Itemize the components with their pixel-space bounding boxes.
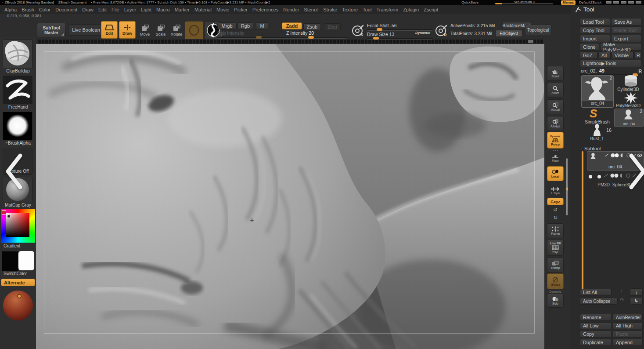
move-up-icon[interactable]: ↑ <box>618 288 625 294</box>
switch-color-button[interactable]: SwitchColor <box>0 271 36 276</box>
menu-alpha[interactable]: Alpha <box>4 7 17 12</box>
material-preview-sphere[interactable] <box>3 290 33 321</box>
paste-tool-button[interactable]: Paste Tool <box>611 26 641 34</box>
auto-collapse-button[interactable]: Auto Collapse <box>580 298 618 305</box>
menu-material[interactable]: Material <box>194 7 212 12</box>
zoom-button[interactable]: Zoom <box>547 83 564 98</box>
menu-light[interactable]: Light <box>141 7 151 12</box>
divider-arrow-icon[interactable] <box>565 187 568 191</box>
polymesh3d-thumbnail[interactable] <box>623 92 639 104</box>
bust1-label[interactable]: Bust_1 <box>582 136 612 141</box>
next-arrow[interactable] <box>625 153 644 190</box>
subtool-master-button[interactable]: SubTool Master <box>37 23 66 37</box>
alternate-button[interactable]: Alternate <box>1 279 35 286</box>
menu-edit[interactable]: Edit <box>98 7 107 12</box>
gxyz-button[interactable]: Gxyz <box>547 198 564 205</box>
menu-transform[interactable]: Transform <box>376 7 398 12</box>
fill-object-button[interactable]: FillObject <box>495 30 522 37</box>
floor-button[interactable]: Floor <box>547 152 564 164</box>
frame-button[interactable]: Frame <box>547 223 564 238</box>
spin-view-icon[interactable]: ↻ <box>547 214 564 221</box>
goz-r-button[interactable]: R <box>634 51 641 59</box>
floor-axis-widgets[interactable]: ▾ ▾ ▾ <box>547 149 564 152</box>
active-tool-thumbnail[interactable]: orc_04 2 <box>581 75 614 108</box>
menu-stencil[interactable]: Stencil <box>304 7 318 12</box>
redo-arrow-icon[interactable]: ↷ <box>619 297 626 303</box>
duplicate-button[interactable]: Duplicate <box>580 339 612 346</box>
rotate-button[interactable]: R Rotate <box>169 23 184 38</box>
export-icon[interactable] <box>636 1 641 4</box>
subtool-header[interactable]: Subtool <box>584 146 601 151</box>
tablet-pressure-icon[interactable] <box>606 1 612 4</box>
copy-tool-button[interactable]: Copy Tool <box>580 26 610 34</box>
focal-shift-slider[interactable]: Focal Shift -56 <box>367 23 397 28</box>
transp-button[interactable]: Transp <box>547 258 564 273</box>
see-through-slider[interactable]: See-through 0 <box>493 0 555 5</box>
aahalf-button[interactable]: AAHalf <box>547 116 564 131</box>
menu-macro[interactable]: Macro <box>156 7 170 12</box>
menu-preferences[interactable]: Preferences <box>252 7 278 12</box>
color-picker[interactable] <box>1 209 35 243</box>
rgb-intensity-track[interactable] <box>217 37 282 39</box>
append-button[interactable]: Append <box>613 339 643 346</box>
zcut-button[interactable]: Zcut <box>324 23 341 30</box>
local-button[interactable]: Local <box>547 166 564 181</box>
menu-file[interactable]: File <box>112 7 119 12</box>
main-color-swatch[interactable] <box>2 251 18 271</box>
current-alpha-thumbnail[interactable] <box>3 112 32 140</box>
autoreorder-button[interactable]: AutoReorder <box>613 314 643 321</box>
rename-button[interactable]: Rename <box>580 314 612 321</box>
all-low-button[interactable]: All Low <box>580 322 612 329</box>
menu-brush[interactable]: Brush <box>22 7 34 12</box>
menu-zscript[interactable]: Zscript <box>424 7 438 12</box>
draw-size-slider[interactable]: Draw Size 13 <box>367 32 394 37</box>
res-r-button[interactable]: R <box>637 68 643 75</box>
menu-document[interactable]: Document <box>55 7 77 12</box>
menu-picker[interactable]: Picker <box>234 7 248 12</box>
export-button[interactable]: Export <box>611 35 641 42</box>
lsym-button[interactable]: L.Sym <box>547 185 564 197</box>
goz-all-button[interactable]: All <box>598 51 611 59</box>
cylinder3d-label[interactable]: Cylinder3D <box>613 87 644 92</box>
menu-render[interactable]: Render <box>283 7 299 12</box>
persp-button[interactable]: Dynamic Persp <box>547 132 564 149</box>
scroll-button[interactable]: Scroll <box>547 66 564 81</box>
strip-scrollbar[interactable] <box>566 158 568 215</box>
goz-visible-button[interactable]: Visible <box>612 51 633 59</box>
menu-texture[interactable]: Texture <box>342 7 358 12</box>
paste-subtool-button[interactable]: Paste <box>613 331 643 338</box>
menu-movie[interactable]: Movie <box>216 7 229 12</box>
prev-arrow[interactable] <box>4 153 26 190</box>
menu-stroke[interactable]: Stroke <box>323 7 337 12</box>
orc04-small-thumbnail[interactable]: orc_04 2 <box>614 109 644 127</box>
cylinder3d-thumbnail[interactable] <box>621 74 640 87</box>
solo-button[interactable]: Solo <box>547 294 564 308</box>
bust1-thumbnail[interactable] <box>591 124 603 137</box>
menu-zplugin[interactable]: Zplugin <box>403 7 419 12</box>
m-button[interactable]: M <box>256 22 268 29</box>
save-as-button[interactable]: Save As <box>611 18 641 25</box>
current-stroke-thumbnail[interactable] <box>3 76 32 104</box>
quicksave-button[interactable]: QuickSave <box>461 0 479 4</box>
topological-button[interactable]: Topological <box>525 25 551 35</box>
rgb-intensity-slider[interactable]: Rgb Intensity <box>217 30 244 36</box>
current-brush-thumbnail[interactable] <box>3 40 32 68</box>
simplebrush-thumbnail[interactable]: S <box>590 107 597 120</box>
color-swatch-icon[interactable] <box>2 210 6 214</box>
canvas-h-scroll-handle[interactable] <box>528 40 533 43</box>
menus-toggle[interactable]: Menus <box>561 0 576 5</box>
rgb-button[interactable]: Rgb <box>237 22 253 29</box>
mrgb-button[interactable]: Mrgb <box>217 22 237 29</box>
sculpt-viewport[interactable] <box>36 44 544 349</box>
stroke-lasso-button[interactable] <box>185 22 203 39</box>
copy-subtool-button[interactable]: Copy <box>580 331 612 338</box>
secondary-color-swatch[interactable] <box>18 251 34 270</box>
goz-button[interactable]: GoZ <box>580 51 597 59</box>
scale-button[interactable]: S Scale <box>153 23 168 38</box>
menu-layer[interactable]: Layer <box>124 7 137 12</box>
tool-panel-header[interactable]: Tool <box>576 6 594 13</box>
line-fill-button[interactable]: Line Fill PolyF <box>547 239 564 256</box>
import-button[interactable]: Import <box>580 35 610 42</box>
menu-tool[interactable]: Tool <box>363 7 371 12</box>
z-intensity-track[interactable] <box>281 37 347 39</box>
